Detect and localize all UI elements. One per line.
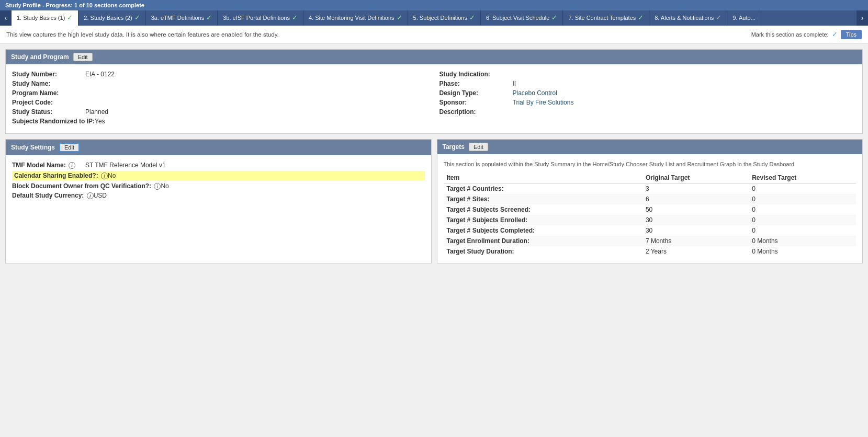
tab-label: 1. Study Basics (1) [17,14,65,21]
nav-tabs: 1. Study Basics (1) ✓ 2. Study Basics (2… [12,10,856,26]
table-row: Target # Countries:30 [444,183,856,194]
block-doc-owner-info-icon[interactable]: i [154,183,161,190]
calendar-sharing-info-icon[interactable]: i [101,172,108,179]
design-type-value[interactable]: Placebo Control [513,89,557,97]
subjects-randomized-value: Yes [95,118,105,125]
targets-cell-item: Target # Countries: [444,183,642,194]
tab-subject-visit-schedule[interactable]: 6. Subject Visit Schedule ✓ [481,10,563,26]
sponsor-value[interactable]: Trial By Fire Solutions [513,99,574,106]
tab-subject-definitions[interactable]: 5. Subject Definitions ✓ [408,10,481,26]
study-and-program-body: Study Number: EIA - 0122 Study Name: Pro… [6,64,862,133]
table-row: Target # Subjects Completed:300 [444,225,856,236]
tab-eisf-portal[interactable]: 3b. eISF Portal Definitions ✓ [218,10,303,26]
field-study-number: Study Number: EIA - 0122 [12,71,429,78]
nav-tabs-container: ‹ 1. Study Basics (1) ✓ 2. Study Basics … [0,10,868,26]
lower-panels: Study Settings Edit TMF Model Name: i ST… [5,139,863,269]
targets-cell-revised: 0 [749,225,856,236]
study-name-label: Study Name: [12,80,85,87]
targets-cell-original: 30 [642,215,749,225]
field-study-indication: Study Indication: [439,71,856,78]
study-settings-title: Study Settings [11,144,55,151]
project-code-label: Project Code: [12,99,85,106]
calendar-sharing-value: No [108,172,116,179]
tab-label: 2. Study Basics (2) [84,14,132,21]
targets-description: This section is populated within the Stu… [444,160,856,168]
targets-cell-original: 3 [642,183,749,194]
check-icon-tab7: ✓ [638,14,644,22]
tab-site-contract-templates[interactable]: 7. Site Contract Templates ✓ [563,10,649,26]
study-settings-body: TMF Model Name: i ST TMF Reference Model… [6,155,431,208]
field-description: Description: [439,108,856,116]
tmf-model-info-icon[interactable]: i [69,162,75,169]
tab-study-basics-2[interactable]: 2. Study Basics (2) ✓ [78,10,145,26]
mark-complete-label: Mark this section as complete: [751,31,829,38]
tab-alerts-notifications[interactable]: 8. Alerts & Notifications ✓ [649,10,727,26]
study-settings-panel: Study Settings Edit TMF Model Name: i ST… [5,139,432,263]
check-icon-tab3b: ✓ [292,14,298,22]
study-left-col: Study Number: EIA - 0122 Study Name: Pro… [12,71,429,127]
study-settings-header: Study Settings Edit [6,140,431,155]
study-settings-edit-button[interactable]: Edit [59,143,80,152]
tab-label: 4. Site Monitoring Visit Definitions [309,14,394,21]
targets-cell-revised: 0 [749,194,856,204]
study-right-col: Study Indication: Phase: II Design Type:… [439,71,856,127]
tab-label: 3a. eTMF Definitions [151,14,204,21]
block-doc-owner-value: No [161,182,168,190]
mark-complete-check-icon[interactable]: ✓ [832,30,838,38]
default-currency-info-icon[interactable]: i [87,192,94,199]
targets-edit-button[interactable]: Edit [469,143,488,151]
nav-left-arrow[interactable]: ‹ [0,10,12,26]
tmf-model-value: ST TMF Reference Model v1 [85,162,166,169]
study-and-program-edit-button[interactable]: Edit [73,53,93,61]
tab-label: 8. Alerts & Notifications [655,14,714,21]
targets-cell-item: Target Study Duration: [444,246,642,257]
sub-header: This view captures the high level study … [0,26,868,44]
phase-value: II [513,80,516,87]
targets-cell-original: 50 [642,204,749,215]
check-icon-tab4: ✓ [397,14,402,22]
tmf-model-label: TMF Model Name: i [12,162,85,169]
targets-cell-revised: 0 [749,204,856,215]
field-block-doc-owner: Block Document Owner from QC Verificatio… [12,182,425,190]
table-row: Target Enrollment Duration:7 Months0 Mon… [444,236,856,246]
check-icon-tab3a: ✓ [206,14,212,22]
table-row: Target # Subjects Screened:500 [444,204,856,215]
targets-cell-item: Target # Subjects Enrolled: [444,215,642,225]
tips-button[interactable]: Tips [841,30,862,39]
block-doc-owner-label: Block Document Owner from QC Verificatio… [12,182,161,190]
field-phase: Phase: II [439,80,856,87]
table-row: Target Study Duration:2 Years0 Months [444,246,856,257]
targets-header: Targets Edit [437,140,863,154]
targets-cell-original: 2 Years [642,246,749,257]
targets-col-item: Item [444,172,642,183]
table-row: Target # Sites:60 [444,194,856,204]
tab-auto[interactable]: 9. Auto... [727,10,761,26]
study-indication-label: Study Indication: [439,71,513,78]
tab-label: 3b. eISF Portal Definitions [223,14,290,21]
check-icon-tab6: ✓ [551,14,557,22]
tab-etmf-definitions[interactable]: 3a. eTMF Definitions ✓ [146,10,218,26]
tab-study-basics-1[interactable]: 1. Study Basics (1) ✓ [12,10,78,26]
targets-col-original: Original Target [642,172,749,183]
check-icon-tab5: ✓ [469,14,475,22]
progress-bar: Study Profile - Progress: 1 of 10 sectio… [0,0,868,10]
study-and-program-columns: Study Number: EIA - 0122 Study Name: Pro… [12,71,856,127]
field-project-code: Project Code: [12,99,429,106]
targets-cell-item: Target # Sites: [444,194,642,204]
tab-site-monitoring[interactable]: 4. Site Monitoring Visit Definitions ✓ [303,10,408,26]
targets-col-revised: Revised Target [749,172,856,183]
sub-header-description: This view captures the high level study … [6,31,279,38]
targets-table: Item Original Target Revised Target Targ… [444,172,856,257]
targets-body: This section is populated within the Stu… [437,154,863,263]
field-default-currency: Default Study Currency: i USD [12,192,425,199]
phase-label: Phase: [439,80,513,87]
calendar-sharing-label: Calendar Sharing Enabled?: i [14,172,108,179]
check-icon-tab2: ✓ [134,14,140,22]
program-name-label: Program Name: [12,89,85,97]
tab-label: 9. Auto... [732,14,755,21]
targets-cell-original: 30 [642,225,749,236]
main-content: Study and Program Edit Study Number: EIA… [0,44,868,274]
field-study-status: Study Status: Planned [12,108,429,116]
check-icon-tab1: ✓ [67,14,73,22]
nav-right-arrow[interactable]: › [856,10,868,26]
